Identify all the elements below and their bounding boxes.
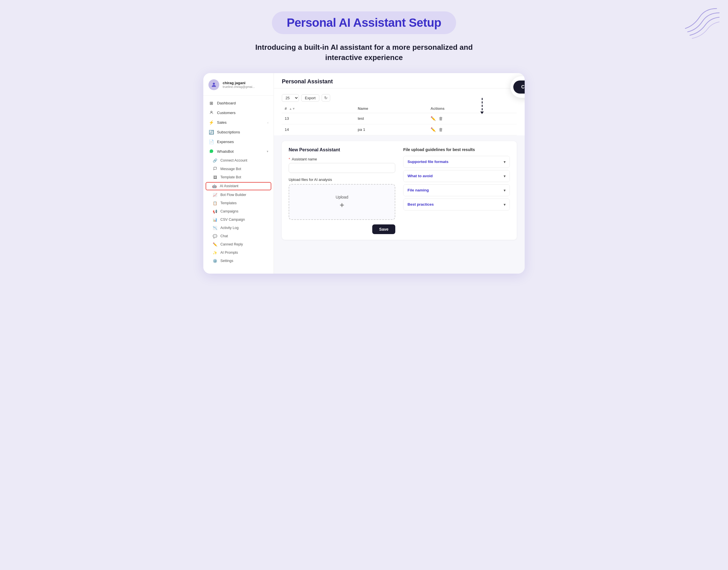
sidebar-item-dashboard[interactable]: ⊞ Dashboard [203, 98, 274, 108]
sidebar-item-canned-reply[interactable]: ✏️ Canned Reply [203, 240, 274, 249]
nav-label: Subscriptions [217, 130, 269, 134]
chevron-down-icon: ▾ [504, 202, 505, 207]
sidebar-user: chirag jagani trueline.chirag@gmai... [203, 73, 274, 95]
sidebar-item-settings[interactable]: ⚙️ Settings [203, 257, 274, 265]
sidebar-item-customers[interactable]: Customers [203, 108, 274, 118]
settings-icon: ⚙️ [213, 259, 218, 263]
delete-icon[interactable]: 🗑 [439, 116, 443, 121]
sidebar-item-template-bot[interactable]: 🖼 Template Bot [203, 173, 274, 182]
nav-label: WhatsBot [217, 149, 264, 154]
main-content: Personal Assistant Create Personal Assis… [274, 73, 525, 274]
sub-nav-label: Settings [221, 259, 233, 263]
assistant-name-label: * Assistant name [289, 157, 395, 161]
user-name: chirag jagani [223, 81, 255, 85]
template-bot-icon: 🖼 [213, 175, 218, 180]
accordion-item-file-naming: File naming ▾ [403, 184, 510, 196]
message-bot-icon [213, 167, 218, 171]
accordion-label: What to avoid [407, 174, 433, 178]
sub-nav-label: Message Bot [221, 167, 241, 171]
col-name: Name [355, 104, 428, 113]
delete-icon[interactable]: 🗑 [439, 127, 443, 132]
subscriptions-icon: 🔄 [209, 130, 214, 135]
sidebar-item-templates[interactable]: 📋 Templates [203, 199, 274, 207]
corner-decoration [683, 6, 719, 40]
accordion-header-supported-formats[interactable]: Supported file formats ▾ [403, 156, 509, 168]
edit-icon[interactable]: ✏️ [430, 127, 436, 132]
sidebar-item-chat[interactable]: 💬 Chat [203, 232, 274, 240]
accordion-label: File naming [407, 188, 429, 192]
required-marker: * [289, 157, 290, 161]
per-page-select[interactable]: 25 50 100 [282, 94, 299, 102]
upload-plus-icon: + [340, 201, 344, 209]
guidelines-title: File upload guidelines for best results [403, 147, 510, 152]
table-area: 25 50 100 Export ↻ # ▲▼ Name Actions [274, 88, 525, 135]
nav-label: Customers [217, 111, 269, 115]
bot-flow-builder-icon: 📈 [213, 193, 218, 197]
edit-icon[interactable]: ✏️ [430, 116, 436, 121]
sidebar-item-connect-account[interactable]: 🔗 Connect Account [203, 157, 274, 165]
row-actions: ✏️ 🗑 [428, 124, 517, 135]
sidebar-item-message-bot[interactable]: Message Bot [203, 165, 274, 173]
save-button[interactable]: Save [372, 224, 395, 234]
sidebar-item-ai-assistant[interactable]: 🤖 AI Assistant [206, 182, 271, 190]
upload-group: Upload files for AI analysis Upload + [289, 178, 395, 220]
sidebar-item-bot-flow-builder[interactable]: 📈 Bot Flow Builder [203, 191, 274, 199]
upload-label: Upload files for AI analysis [289, 178, 395, 182]
chevron-down-icon: ▾ [504, 160, 505, 164]
ai-prompts-icon: ✨ [213, 251, 218, 255]
sidebar: chirag jagani trueline.chirag@gmai... ⊞ … [203, 73, 274, 274]
chevron-down-icon: ▾ [504, 174, 505, 178]
sidebar-item-ai-prompts[interactable]: ✨ AI Prompts [203, 249, 274, 257]
row-name: test [355, 113, 428, 124]
table-row: 14 pa 1 ✏️ 🗑 [282, 124, 517, 135]
canned-reply-icon: ✏️ [213, 242, 218, 247]
user-email: trueline.chirag@gmai... [223, 85, 255, 88]
whatsbot-icon [209, 149, 214, 154]
col-id: # ▲▼ [282, 104, 355, 113]
main-title: Personal Assistant [282, 78, 333, 85]
campaigns-icon: 📢 [213, 209, 218, 214]
accordion-header-best-practices[interactable]: Best practices ▾ [403, 199, 509, 210]
row-id: 14 [282, 124, 355, 135]
export-button[interactable]: Export [301, 94, 319, 101]
avatar [209, 79, 219, 90]
sort-icon: ▲▼ [289, 107, 295, 110]
sales-arrow: ‹ [267, 121, 269, 124]
sub-nav-label: Bot Flow Builder [221, 193, 246, 197]
header-title-pill: Personal AI Assistant Setup [272, 11, 456, 34]
sub-nav-label: Canned Reply [221, 242, 243, 246]
assistant-name-input[interactable] [289, 163, 395, 173]
sidebar-item-csv-campaign[interactable]: 📊 CSV Campaign [203, 216, 274, 224]
sales-icon: ⚡ [209, 120, 214, 125]
templates-icon: 📋 [213, 201, 218, 205]
connect-account-icon: 🔗 [213, 159, 218, 163]
dashed-arrow [480, 97, 484, 114]
ai-assistant-icon: 🤖 [212, 184, 217, 188]
upload-area[interactable]: Upload + [289, 184, 395, 220]
nav-label: Sales [217, 120, 265, 124]
accordion-item-what-to-avoid: What to avoid ▾ [403, 170, 510, 182]
sidebar-item-whatsbot[interactable]: WhatsBot ▾ [203, 147, 274, 157]
svg-point-1 [211, 111, 212, 112]
page-title: Personal AI Assistant Setup [287, 16, 441, 30]
sidebar-item-expenses[interactable]: 📄 Expenses [203, 137, 274, 147]
sidebar-item-sales[interactable]: ⚡ Sales ‹ [203, 118, 274, 127]
form-left: New Personal Assistant * Assistant name … [289, 147, 395, 234]
form-right: File upload guidelines for best results … [403, 147, 510, 234]
nav-label: Expenses [217, 139, 269, 144]
sidebar-item-campaigns[interactable]: 📢 Campaigns [203, 207, 274, 216]
sidebar-item-activity-log[interactable]: 📉 Activity Log [203, 224, 274, 232]
page-header: Personal AI Assistant Setup Introducing … [236, 11, 492, 63]
table-row: 13 test ✏️ 🗑 [282, 113, 517, 124]
accordion-header-file-naming[interactable]: File naming ▾ [403, 185, 509, 196]
sub-nav-label: CSV Campaign [221, 218, 245, 222]
svg-point-0 [213, 82, 215, 84]
accordion-header-what-to-avoid[interactable]: What to avoid ▾ [403, 171, 509, 182]
sub-nav-label: AI Assistant [220, 184, 238, 188]
sidebar-nav: ⊞ Dashboard Customers ⚡ Sales ‹ 🔄 Subscr… [203, 95, 274, 268]
sidebar-item-subscriptions[interactable]: 🔄 Subscriptions [203, 127, 274, 137]
refresh-button[interactable]: ↻ [322, 94, 330, 101]
dashboard-icon: ⊞ [209, 101, 214, 106]
sub-nav-label: Activity Log [221, 226, 239, 230]
create-personal-assistant-button[interactable]: Create Personal Assistant [513, 80, 525, 93]
